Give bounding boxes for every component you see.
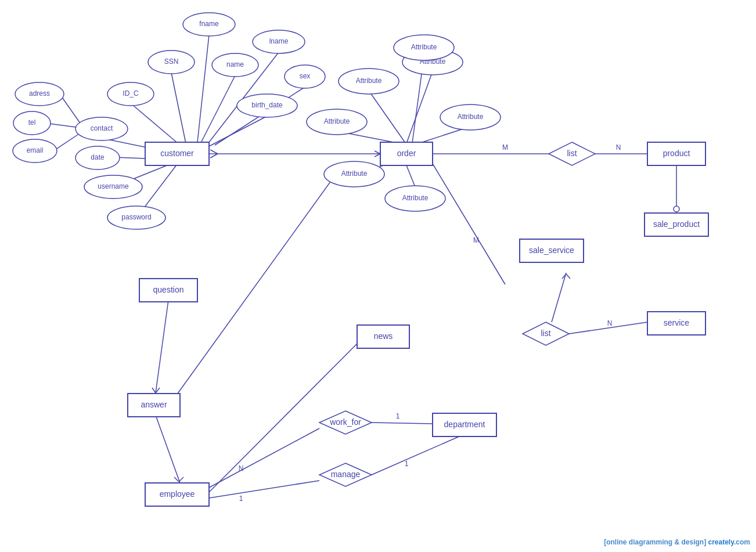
entity-order-label: order [397,149,416,158]
entity-service-label: service [664,318,690,327]
entity-question-label: question [153,285,184,294]
attr-tel-label: tel [28,118,36,127]
relationship-list2-label: list [541,329,550,338]
svg-line-32 [433,164,505,284]
svg-text:1: 1 [396,412,400,420]
watermark-text: [online diagramming & design] [604,538,706,546]
svg-line-2 [171,73,186,143]
attr-attribute2-label: Attribute [356,77,382,85]
svg-text:M: M [473,236,479,244]
attr-attribute7-label: Attribute [402,194,429,202]
attr-date-label: date [91,153,105,161]
svg-line-41 [179,477,183,482]
svg-line-39 [154,410,180,483]
svg-line-36 [552,273,566,322]
svg-text:1: 1 [405,460,409,468]
svg-line-47 [372,423,433,424]
watermark: [online diagramming & design] creately.c… [604,538,750,546]
svg-text:N: N [607,319,613,327]
attr-name-label: name [226,60,244,68]
attr-attribute6-label: Attribute [341,169,368,178]
attr-fname-label: fname [199,20,219,28]
entity-news-label: news [374,331,393,341]
attr-password-label: password [121,213,151,221]
diagram-container: M N M N N 1 1 [0,0,756,552]
entity-department-label: department [444,420,485,429]
entity-sale-service-label: sale_service [529,246,574,255]
watermark-brand: creately [708,538,734,546]
attr-birth-date-label: birth_date [251,101,283,109]
er-diagram-svg: M N M N N 1 1 [0,0,756,552]
svg-text:N: N [616,143,621,151]
watermark-suffix: .com [734,538,750,546]
svg-line-25 [406,165,415,187]
svg-line-43 [152,388,156,393]
attr-attribute3-label: Attribute [411,43,437,51]
svg-line-49 [209,481,319,498]
attr-adress-label: adress [29,89,50,98]
svg-point-31 [674,206,679,212]
svg-text:N: N [239,464,244,472]
svg-line-5 [131,103,180,145]
entity-employee-label: employee [160,489,195,499]
svg-line-0 [197,35,209,142]
entity-product-label: product [663,149,690,158]
attr-attribute5-label: Attribute [324,117,350,125]
svg-text:1: 1 [239,495,243,503]
svg-line-42 [156,300,168,393]
svg-line-3 [200,75,235,144]
svg-line-11 [61,96,81,125]
relationship-list1-label: list [567,149,577,158]
attr-idc-label: ID_C [123,89,139,98]
svg-text:M: M [502,143,508,151]
svg-line-13 [55,132,81,150]
attr-lname-label: lname [269,37,289,45]
entity-customer-label: customer [160,149,194,158]
svg-line-20 [369,91,406,145]
attr-ssn-label: SSN [164,57,179,66]
svg-line-51 [372,434,465,475]
svg-line-15 [210,150,218,154]
svg-line-16 [210,154,218,158]
relationship-manage-label: manage [331,470,361,479]
svg-line-19 [406,71,433,143]
attr-sex-label: sex [300,72,311,80]
attr-contact-label: contact [91,124,113,132]
entity-sale-product-label: sale_product [653,219,700,229]
relationship-work-for-label: work_for [329,417,361,427]
attr-email-label: email [27,146,44,154]
svg-line-38 [566,274,570,279]
attr-attribute4-label: Attribute [458,113,484,121]
attr-username-label: username [98,182,129,190]
entity-answer-label: answer [141,400,167,409]
